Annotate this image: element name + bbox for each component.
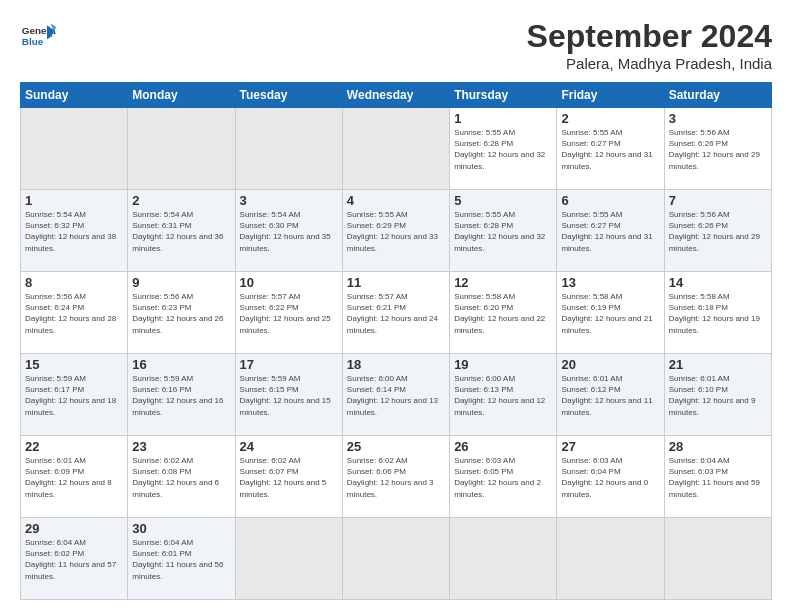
day-info: Sunrise: 6:01 AMSunset: 6:12 PMDaylight:… <box>561 373 659 418</box>
day-number: 4 <box>347 193 445 208</box>
day-number: 12 <box>454 275 552 290</box>
day-info: Sunrise: 6:03 AMSunset: 6:04 PMDaylight:… <box>561 455 659 500</box>
day-info: Sunrise: 5:57 AMSunset: 6:22 PMDaylight:… <box>240 291 338 336</box>
day-number: 18 <box>347 357 445 372</box>
calendar-week-5: 29 Sunrise: 6:04 AMSunset: 6:02 PMDaylig… <box>21 518 772 600</box>
table-row <box>342 108 449 190</box>
day-number: 28 <box>669 439 767 454</box>
table-row <box>557 518 664 600</box>
table-row: 28 Sunrise: 6:04 AMSunset: 6:03 PMDaylig… <box>664 436 771 518</box>
table-row <box>235 108 342 190</box>
day-info: Sunrise: 5:55 AMSunset: 6:28 PMDaylight:… <box>454 127 552 172</box>
day-number: 14 <box>669 275 767 290</box>
table-row: 3 Sunrise: 5:56 AMSunset: 6:26 PMDayligh… <box>664 108 771 190</box>
table-row: 18 Sunrise: 6:00 AMSunset: 6:14 PMDaylig… <box>342 354 449 436</box>
table-row: 19 Sunrise: 6:00 AMSunset: 6:13 PMDaylig… <box>450 354 557 436</box>
table-row <box>450 518 557 600</box>
day-number: 24 <box>240 439 338 454</box>
table-row: 5 Sunrise: 5:55 AMSunset: 6:28 PMDayligh… <box>450 190 557 272</box>
day-info: Sunrise: 5:56 AMSunset: 6:26 PMDaylight:… <box>669 209 767 254</box>
day-info: Sunrise: 6:02 AMSunset: 6:08 PMDaylight:… <box>132 455 230 500</box>
logo: General Blue <box>20 18 56 54</box>
day-number: 16 <box>132 357 230 372</box>
table-row: 3 Sunrise: 5:54 AMSunset: 6:30 PMDayligh… <box>235 190 342 272</box>
table-row <box>664 518 771 600</box>
day-number: 1 <box>454 111 552 126</box>
day-number: 27 <box>561 439 659 454</box>
table-row: 11 Sunrise: 5:57 AMSunset: 6:21 PMDaylig… <box>342 272 449 354</box>
day-number: 6 <box>561 193 659 208</box>
day-info: Sunrise: 6:04 AMSunset: 6:02 PMDaylight:… <box>25 537 123 582</box>
calendar-week-2: 8 Sunrise: 5:56 AMSunset: 6:24 PMDayligh… <box>21 272 772 354</box>
day-info: Sunrise: 5:56 AMSunset: 6:26 PMDaylight:… <box>669 127 767 172</box>
day-info: Sunrise: 6:01 AMSunset: 6:09 PMDaylight:… <box>25 455 123 500</box>
table-row <box>128 108 235 190</box>
day-info: Sunrise: 5:57 AMSunset: 6:21 PMDaylight:… <box>347 291 445 336</box>
day-info: Sunrise: 5:55 AMSunset: 6:27 PMDaylight:… <box>561 209 659 254</box>
day-number: 22 <box>25 439 123 454</box>
day-number: 13 <box>561 275 659 290</box>
day-info: Sunrise: 5:55 AMSunset: 6:27 PMDaylight:… <box>561 127 659 172</box>
table-row: 25 Sunrise: 6:02 AMSunset: 6:06 PMDaylig… <box>342 436 449 518</box>
day-info: Sunrise: 6:04 AMSunset: 6:03 PMDaylight:… <box>669 455 767 500</box>
day-number: 2 <box>132 193 230 208</box>
day-info: Sunrise: 5:54 AMSunset: 6:31 PMDaylight:… <box>132 209 230 254</box>
day-info: Sunrise: 5:58 AMSunset: 6:18 PMDaylight:… <box>669 291 767 336</box>
table-row: 7 Sunrise: 5:56 AMSunset: 6:26 PMDayligh… <box>664 190 771 272</box>
table-row <box>342 518 449 600</box>
calendar-week-0: 1 Sunrise: 5:55 AMSunset: 6:28 PMDayligh… <box>21 108 772 190</box>
col-sunday: Sunday <box>21 83 128 108</box>
day-info: Sunrise: 5:56 AMSunset: 6:24 PMDaylight:… <box>25 291 123 336</box>
table-row: 4 Sunrise: 5:55 AMSunset: 6:29 PMDayligh… <box>342 190 449 272</box>
table-row: 21 Sunrise: 6:01 AMSunset: 6:10 PMDaylig… <box>664 354 771 436</box>
day-info: Sunrise: 6:01 AMSunset: 6:10 PMDaylight:… <box>669 373 767 418</box>
table-row: 26 Sunrise: 6:03 AMSunset: 6:05 PMDaylig… <box>450 436 557 518</box>
table-row <box>235 518 342 600</box>
day-info: Sunrise: 5:55 AMSunset: 6:28 PMDaylight:… <box>454 209 552 254</box>
calendar-week-4: 22 Sunrise: 6:01 AMSunset: 6:09 PMDaylig… <box>21 436 772 518</box>
table-row: 20 Sunrise: 6:01 AMSunset: 6:12 PMDaylig… <box>557 354 664 436</box>
table-row: 9 Sunrise: 5:56 AMSunset: 6:23 PMDayligh… <box>128 272 235 354</box>
table-row: 15 Sunrise: 5:59 AMSunset: 6:17 PMDaylig… <box>21 354 128 436</box>
location: Palera, Madhya Pradesh, India <box>527 55 772 72</box>
table-row: 16 Sunrise: 5:59 AMSunset: 6:16 PMDaylig… <box>128 354 235 436</box>
day-info: Sunrise: 5:54 AMSunset: 6:32 PMDaylight:… <box>25 209 123 254</box>
header-row: Sunday Monday Tuesday Wednesday Thursday… <box>21 83 772 108</box>
day-info: Sunrise: 6:02 AMSunset: 6:07 PMDaylight:… <box>240 455 338 500</box>
table-row: 29 Sunrise: 6:04 AMSunset: 6:02 PMDaylig… <box>21 518 128 600</box>
col-monday: Monday <box>128 83 235 108</box>
table-row: 1 Sunrise: 5:55 AMSunset: 6:28 PMDayligh… <box>450 108 557 190</box>
day-info: Sunrise: 5:59 AMSunset: 6:15 PMDaylight:… <box>240 373 338 418</box>
day-number: 25 <box>347 439 445 454</box>
svg-text:Blue: Blue <box>22 36 44 47</box>
col-thursday: Thursday <box>450 83 557 108</box>
table-row: 2 Sunrise: 5:54 AMSunset: 6:31 PMDayligh… <box>128 190 235 272</box>
table-row: 23 Sunrise: 6:02 AMSunset: 6:08 PMDaylig… <box>128 436 235 518</box>
table-row: 10 Sunrise: 5:57 AMSunset: 6:22 PMDaylig… <box>235 272 342 354</box>
day-number: 7 <box>669 193 767 208</box>
day-number: 2 <box>561 111 659 126</box>
day-info: Sunrise: 5:54 AMSunset: 6:30 PMDaylight:… <box>240 209 338 254</box>
day-number: 30 <box>132 521 230 536</box>
calendar-table: Sunday Monday Tuesday Wednesday Thursday… <box>20 82 772 600</box>
table-row: 17 Sunrise: 5:59 AMSunset: 6:15 PMDaylig… <box>235 354 342 436</box>
day-number: 21 <box>669 357 767 372</box>
month-title: September 2024 <box>527 18 772 55</box>
day-info: Sunrise: 5:59 AMSunset: 6:16 PMDaylight:… <box>132 373 230 418</box>
title-area: September 2024 Palera, Madhya Pradesh, I… <box>527 18 772 72</box>
day-info: Sunrise: 6:00 AMSunset: 6:13 PMDaylight:… <box>454 373 552 418</box>
calendar-week-3: 15 Sunrise: 5:59 AMSunset: 6:17 PMDaylig… <box>21 354 772 436</box>
day-info: Sunrise: 5:55 AMSunset: 6:29 PMDaylight:… <box>347 209 445 254</box>
table-row: 24 Sunrise: 6:02 AMSunset: 6:07 PMDaylig… <box>235 436 342 518</box>
table-row: 22 Sunrise: 6:01 AMSunset: 6:09 PMDaylig… <box>21 436 128 518</box>
day-number: 15 <box>25 357 123 372</box>
table-row: 6 Sunrise: 5:55 AMSunset: 6:27 PMDayligh… <box>557 190 664 272</box>
day-info: Sunrise: 6:04 AMSunset: 6:01 PMDaylight:… <box>132 537 230 582</box>
day-number: 11 <box>347 275 445 290</box>
day-info: Sunrise: 5:56 AMSunset: 6:23 PMDaylight:… <box>132 291 230 336</box>
col-friday: Friday <box>557 83 664 108</box>
day-info: Sunrise: 6:00 AMSunset: 6:14 PMDaylight:… <box>347 373 445 418</box>
day-number: 3 <box>669 111 767 126</box>
day-number: 20 <box>561 357 659 372</box>
table-row: 30 Sunrise: 6:04 AMSunset: 6:01 PMDaylig… <box>128 518 235 600</box>
